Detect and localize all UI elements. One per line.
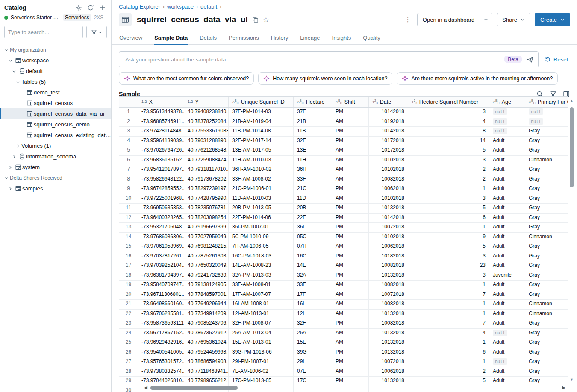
column-header-y[interactable]: 1.2Y xyxy=(184,97,229,107)
warehouse-row[interactable]: Serverless Starter Wareho... Serverless … xyxy=(0,13,111,25)
tree-item-squirrel-census-existing-data[interactable]: squirrel_census_existing_data_... xyxy=(0,130,111,140)
row-number: 18 xyxy=(119,271,138,281)
scroll-right-icon[interactable]: ▶ xyxy=(561,385,567,391)
table-icon xyxy=(25,100,34,106)
breadcrumb-default[interactable]: default xyxy=(200,3,217,10)
row-number: 27 xyxy=(119,357,138,367)
column-header-primary-fur-co[interactable]: ABCPrimary Fur Co xyxy=(525,97,568,107)
table-cell: 10102018 xyxy=(369,165,408,175)
kebab-menu-icon[interactable]: ⋮ xyxy=(399,16,417,23)
table-cell: 40.78235076781... xyxy=(184,204,229,213)
tab-quality[interactable]: Quality xyxy=(362,32,380,44)
tree-item-volumes-1[interactable]: Volumes (1) xyxy=(0,140,111,151)
table-cell xyxy=(332,386,369,392)
table-cell: 10082018 xyxy=(369,319,408,328)
table-cell: 10102018 xyxy=(369,233,408,242)
tab-history[interactable]: History xyxy=(271,32,288,44)
suggested-question-chip[interactable]: Are there more squirrels active in the m… xyxy=(397,72,558,85)
column-header-age[interactable]: ABCAge xyxy=(489,97,525,107)
catalog-filter-button[interactable] xyxy=(86,26,107,38)
catalog-search-input[interactable] xyxy=(4,26,83,38)
column-header-x[interactable]: 1.2X xyxy=(138,97,184,107)
table-row: 5-73.97026764726...40.77621268548...13E-… xyxy=(119,146,568,156)
column-header-unique-squirrel-id[interactable]: ABCUnique Squirrel ID xyxy=(229,97,294,107)
table-cell: 40.79318117010... xyxy=(184,165,229,175)
reset-button[interactable]: Reset xyxy=(545,56,570,63)
tree-item-tables-5[interactable]: Tables (5) xyxy=(0,76,111,87)
copy-icon[interactable] xyxy=(252,17,259,23)
tree-item-squirrel-census-data-via-ui[interactable]: squirrel_census_data_via_ui xyxy=(0,108,111,119)
table-cell xyxy=(294,386,332,392)
table-cell: 40.77649296944... xyxy=(184,300,229,309)
table-cell: 8 xyxy=(408,127,489,136)
table-cell: Adult xyxy=(489,223,525,232)
vertical-scroll-thumb[interactable] xyxy=(570,107,574,187)
tree-item-my-organization[interactable]: My organization xyxy=(0,44,111,55)
tab-overview[interactable]: Overview xyxy=(119,32,143,44)
send-icon[interactable] xyxy=(527,56,534,63)
scroll-down-icon[interactable]: ▼ xyxy=(568,377,574,383)
row-number: 13 xyxy=(119,223,138,232)
tab-sample-data[interactable]: Sample Data xyxy=(154,32,188,44)
tree-item-delta-shares-received[interactable]: Delta Shares Received xyxy=(0,173,111,183)
tab-permissions[interactable]: Permissions xyxy=(228,32,259,44)
tree-item-default[interactable]: default xyxy=(0,66,111,76)
table-cell: 12I-AM-1013-01 xyxy=(229,310,294,319)
chevron-right-icon[interactable] xyxy=(7,165,14,170)
tree-item-workspace[interactable]: workspace xyxy=(0,55,111,66)
star-icon[interactable]: ☆ xyxy=(263,16,269,23)
chevron-down-icon[interactable] xyxy=(7,59,14,63)
row-number: 14 xyxy=(119,233,138,242)
column-header-hectare[interactable]: ABCHectare xyxy=(294,97,332,107)
suggested-question-chip[interactable]: What are the most common fur colors obse… xyxy=(119,72,254,85)
add-icon[interactable] xyxy=(99,4,106,11)
share-button[interactable]: Share xyxy=(497,13,530,26)
table-cell: AM xyxy=(332,329,369,338)
chevron-right-icon[interactable] xyxy=(11,155,18,159)
suggested-questions: What are the most common fur colors obse… xyxy=(119,72,570,85)
tab-details[interactable]: Details xyxy=(199,32,217,44)
tree-item-demo-test[interactable]: demo_test xyxy=(0,87,111,98)
chevron-right-icon[interactable] xyxy=(7,187,14,191)
tree-item-squirrel-census[interactable]: squirrel_census xyxy=(0,98,111,108)
horizontal-scroll-thumb[interactable] xyxy=(150,386,238,390)
scroll-up-icon[interactable]: ▲ xyxy=(568,98,574,104)
chevron-right-icon[interactable] xyxy=(15,144,21,148)
table-cell: null xyxy=(489,127,525,136)
refresh-icon[interactable] xyxy=(87,4,94,11)
table-cell: Adult xyxy=(489,310,525,319)
table-cell: -73.97026764726... xyxy=(138,146,184,155)
row-number: 2 xyxy=(119,117,138,127)
scroll-left-icon[interactable]: ◀ xyxy=(143,385,149,391)
open-in-dashboard-button[interactable]: Open in a dashboard xyxy=(417,13,480,26)
warehouse-name: Serverless Starter Wareho... xyxy=(11,15,60,20)
column-header-hectare-squirrel-number[interactable]: 123Hectare Squirrel Number xyxy=(408,97,489,107)
suggested-question-chip[interactable]: How many squirrels were seen in each loc… xyxy=(258,72,392,85)
tab-lineage[interactable]: Lineage xyxy=(300,32,320,44)
chevron-down-icon[interactable] xyxy=(15,80,21,84)
tree-item-information-schema[interactable]: information_schema xyxy=(0,151,111,162)
tree-item-squirrel-census-demo[interactable]: squirrel_census_demo xyxy=(0,119,111,130)
open-in-dashboard-chevron-button[interactable] xyxy=(480,13,492,26)
chevron-down-icon[interactable] xyxy=(3,176,10,180)
tree-item-samples[interactable]: samples xyxy=(0,183,111,194)
table-cell: 39G xyxy=(294,348,332,357)
breadcrumb-catalog-explorer[interactable]: Catalog Explorer xyxy=(119,3,160,10)
assistant-question-input[interactable] xyxy=(124,56,500,63)
column-header-shift[interactable]: ABCShift xyxy=(332,97,369,107)
tree-item-label: My organization xyxy=(10,47,46,53)
tree-item-system[interactable]: system xyxy=(0,162,111,173)
chevron-down-icon xyxy=(98,30,102,34)
gear-icon[interactable] xyxy=(75,4,82,11)
table-cell: Adult xyxy=(489,242,525,252)
create-button[interactable]: Create xyxy=(535,13,570,26)
table-row: 24-73.96717867152...40.78673527912...25A… xyxy=(119,329,568,339)
column-header-date[interactable]: 123Date xyxy=(369,97,408,107)
column-header-label: Shift xyxy=(344,99,355,105)
chevron-down-icon[interactable] xyxy=(11,69,18,73)
table-icon xyxy=(25,121,34,128)
tab-insights[interactable]: Insights xyxy=(332,32,352,44)
table-cell: Gray xyxy=(525,252,568,261)
chevron-down-icon[interactable] xyxy=(3,48,10,52)
breadcrumb-workspace[interactable]: workspace xyxy=(167,3,194,10)
